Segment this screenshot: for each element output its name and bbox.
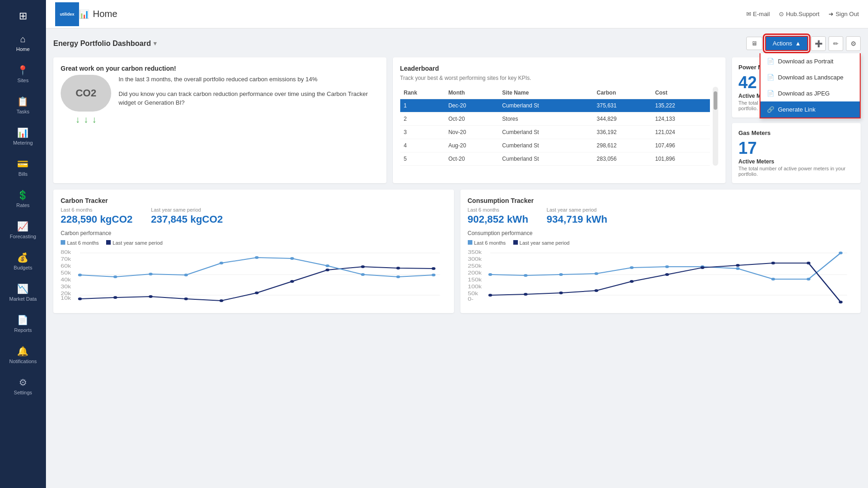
- carbon-legend-2: Last year same period: [106, 240, 163, 246]
- carbon-stat-1: Last 6 months 228,590 kgCO2: [61, 207, 133, 225]
- sidebar-item-settings[interactable]: ⚙Settings: [6, 370, 40, 402]
- sidebar-label: Budgets: [14, 265, 32, 270]
- sidebar-icon: 📉: [17, 283, 28, 294]
- leaderboard-card: Leaderboard Track your best & worst perf…: [393, 57, 726, 183]
- svg-point-18: [325, 269, 329, 271]
- consumption-legend: Last 6 months Last year same period: [468, 240, 854, 246]
- svg-point-19: [361, 265, 364, 268]
- sidebar-item-sites[interactable]: 📍Sites: [6, 58, 40, 90]
- dropdown-item-jpeg[interactable]: 📄 Download as JPEG: [760, 85, 860, 101]
- sidebar-grid-icon[interactable]: ⊞: [13, 5, 33, 28]
- monitor-icon-btn[interactable]: 🖥: [746, 37, 762, 50]
- sidebar-icon: 💳: [17, 158, 28, 169]
- actions-caret-icon: ▲: [795, 40, 801, 47]
- actions-area: 🖥 Actions ▲ ➕ ✏ ⚙ 📄 Download as Portrait…: [746, 36, 861, 51]
- sidebar-item-rates[interactable]: 💲Rates: [6, 183, 40, 214]
- consumption-tracker-card: Consumption Tracker Last 6 months 902,85…: [460, 190, 861, 313]
- gas-meters-desc: The total number of active power meters …: [738, 166, 854, 177]
- table-row: 3Nov-20Cumberland St336,192121,024: [400, 126, 710, 139]
- sidebar-item-market-data[interactable]: 📉Market Data: [6, 277, 40, 308]
- down-arrow-3: ↓: [92, 114, 96, 125]
- sidebar-icon: 🔔: [17, 346, 28, 357]
- sidebar-label: Forecasting: [10, 234, 36, 239]
- sidebar-item-notifications[interactable]: 🔔Notifications: [6, 339, 40, 370]
- svg-point-49: [665, 265, 669, 268]
- actions-button[interactable]: Actions ▲: [765, 36, 808, 51]
- consumption-val-2: 934,719 kWh: [547, 213, 607, 225]
- co2-visual: CO2 ↓ ↓ ↓: [61, 75, 111, 125]
- svg-point-61: [700, 266, 704, 269]
- gas-meters-title: Gas Meters: [738, 129, 854, 136]
- svg-point-22: [78, 274, 82, 276]
- svg-point-55: [488, 294, 492, 297]
- sidebar-item-tasks[interactable]: 📋Tasks: [6, 90, 40, 121]
- edit-btn[interactable]: ✏: [828, 36, 843, 51]
- svg-point-23: [113, 275, 117, 278]
- svg-point-17: [290, 280, 294, 283]
- sidebar-item-budgets[interactable]: 💰Budgets: [6, 246, 40, 277]
- svg-point-27: [255, 256, 259, 259]
- col-rank: Rank: [400, 87, 445, 99]
- sidebar-item-reports[interactable]: 📄Reports: [6, 308, 40, 339]
- sidebar-label: Rates: [17, 202, 30, 208]
- sidebar-label: Sites: [17, 78, 28, 83]
- carbon-card-body: CO2 ↓ ↓ ↓ In the last 3 months, the over…: [61, 75, 379, 125]
- dropdown-item-generate-link[interactable]: 🔗 Generate Link: [760, 101, 860, 118]
- consumption-chart: 350k 300k 250k 200k 150k 100k 50k 0-: [468, 249, 854, 304]
- download-portrait-icon: 📄: [767, 58, 774, 65]
- scrollbar-thumb: [714, 91, 717, 110]
- sidebar-icon: 📍: [17, 65, 28, 76]
- sidebar-item-metering[interactable]: 📊Metering: [6, 121, 40, 152]
- svg-point-59: [630, 280, 633, 283]
- consumption-legend-2: Last year same period: [513, 240, 570, 246]
- svg-text:80k: 80k: [61, 250, 72, 255]
- sign-out-icon: ➜: [828, 11, 834, 17]
- hub-support-link[interactable]: ⊙ Hub.Support: [779, 11, 819, 17]
- svg-point-51: [736, 267, 739, 270]
- carbon-stat-2: Last year same period 237,845 kgCO2: [151, 207, 223, 225]
- down-arrow-1: ↓: [75, 114, 80, 125]
- dropdown-item-landscape[interactable]: 📄 Download as Landscape: [760, 69, 860, 85]
- consumption-stat-1: Last 6 months 902,852 kWh: [468, 207, 528, 225]
- svg-point-60: [665, 273, 669, 276]
- leaderboard-title: Leaderboard: [400, 65, 719, 72]
- actions-dropdown: 📄 Download as Portrait 📄 Download as Lan…: [760, 53, 861, 118]
- sidebar-label: Metering: [13, 140, 33, 146]
- dashboard-title-chevron[interactable]: ▾: [153, 40, 157, 47]
- table-row: 2Oct-20Stores344,829124,133: [400, 112, 710, 126]
- dropdown-item-portrait[interactable]: 📄 Download as Portrait: [760, 53, 860, 69]
- svg-point-11: [78, 297, 82, 300]
- sign-out-link[interactable]: ➜ Sign Out: [828, 11, 859, 17]
- leaderboard-scrollbar[interactable]: [713, 87, 718, 166]
- sidebar-item-bills[interactable]: 💳Bills: [6, 152, 40, 183]
- topbar-right: ✉ E-mail ⊙ Hub.Support ➜ Sign Out: [746, 11, 859, 17]
- consumption-val-1: 902,852 kWh: [468, 213, 528, 225]
- down-arrow-2: ↓: [84, 114, 88, 125]
- svg-point-20: [396, 267, 400, 269]
- logo-area: utilidex: [55, 2, 79, 26]
- carbon-period-2: Last year same period: [151, 207, 223, 213]
- col-site: Site Name: [499, 87, 593, 99]
- svg-point-47: [594, 272, 598, 275]
- add-widget-btn[interactable]: ➕: [811, 36, 826, 51]
- page-title: Home: [93, 9, 117, 19]
- svg-point-14: [184, 297, 188, 300]
- svg-text:50k: 50k: [468, 291, 479, 297]
- carbon-text: In the last 3 months, the overall portfo…: [119, 75, 379, 107]
- carbon-description: In the last 3 months, the overall portfo…: [119, 75, 379, 84]
- svg-text:100k: 100k: [468, 284, 482, 290]
- svg-text:350k: 350k: [468, 250, 482, 255]
- svg-point-31: [396, 275, 400, 278]
- settings-btn[interactable]: ⚙: [846, 36, 861, 51]
- carbon-tip: Did you know you can track carbon reduct…: [119, 90, 379, 107]
- sidebar-item-home[interactable]: ⌂Home: [6, 28, 40, 58]
- sidebar-icon: 📄: [17, 314, 28, 325]
- leaderboard-wrapper: Rank Month Site Name Carbon Cost 1Dec-20…: [400, 87, 719, 166]
- sidebar-item-forecasting[interactable]: 📈Forecasting: [6, 214, 40, 246]
- svg-point-29: [325, 264, 329, 267]
- carbon-period-1: Last 6 months: [61, 207, 133, 213]
- email-link[interactable]: ✉ E-mail: [746, 11, 770, 17]
- sidebar-icon: 💲: [17, 190, 28, 201]
- sidebar-label: Notifications: [9, 359, 37, 364]
- topbar: utilidex 📊 Home ✉ E-mail ⊙ Hub.Support ➜…: [46, 0, 868, 28]
